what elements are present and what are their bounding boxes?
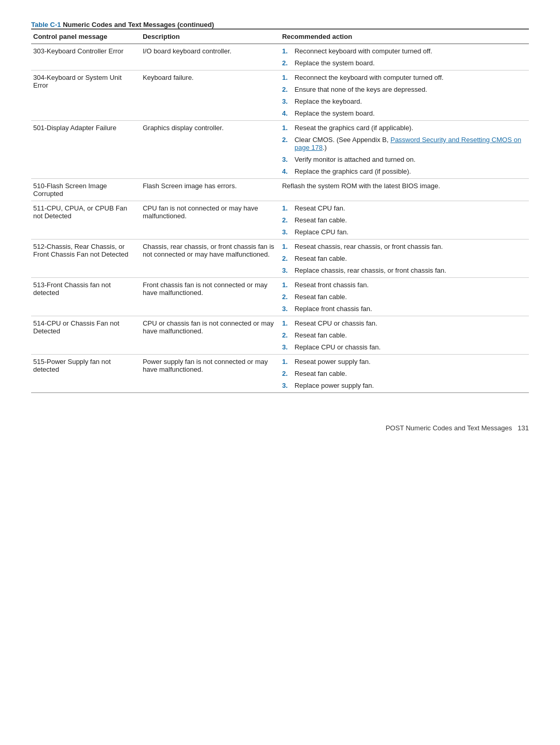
- action-text: Reseat chassis, rear chassis, or front c…: [295, 243, 525, 250]
- action-number: 1.: [282, 243, 292, 250]
- cell-action: 1.Reconnect the keyboard with computer t…: [280, 71, 529, 121]
- action-text: Reseat fan cable.: [295, 370, 525, 377]
- action-item: 1.Reseat CPU fan.: [282, 204, 525, 212]
- action-number: 1.: [282, 124, 292, 132]
- action-text: Replace the system board.: [295, 109, 525, 117]
- header-action: Recommended action: [280, 29, 529, 44]
- table-row: 510-Flash Screen Image CorruptedFlash Sc…: [31, 179, 529, 201]
- action-number: 1.: [282, 319, 292, 327]
- action-text: Replace chassis, rear chassis, or front …: [295, 266, 525, 274]
- action-item: 2.Replace the system board.: [282, 59, 525, 67]
- action-number: 2.: [282, 136, 292, 144]
- action-number: 2.: [282, 370, 292, 377]
- action-item: 3.Replace chassis, rear chassis, or fron…: [282, 266, 525, 274]
- action-text: Reseat fan cable.: [295, 293, 525, 301]
- action-text: Replace the graphics card (if possible).: [295, 167, 525, 175]
- action-item: 3.Replace CPU fan.: [282, 228, 525, 236]
- action-item: 3.Verify monitor is attached and turned …: [282, 156, 525, 163]
- action-item: 2.Ensure that none of the keys are depre…: [282, 86, 525, 93]
- header-description: Description: [141, 29, 280, 44]
- cell-action: 1.Reseat CPU or chassis fan.2.Reseat fan…: [280, 316, 529, 355]
- table-row: 304-Keyboard or System Unit ErrorKeyboar…: [31, 71, 529, 121]
- cell-description: Keyboard failure.: [141, 71, 280, 121]
- action-item: 1.Reseat CPU or chassis fan.: [282, 319, 525, 327]
- action-item: 3.Replace the keyboard.: [282, 97, 525, 105]
- cell-action: 1.Reseat the graphics card (if applicabl…: [280, 121, 529, 179]
- action-item: 3.Replace CPU or chassis fan.: [282, 343, 525, 351]
- cell-control: 501-Display Adapter Failure: [31, 121, 141, 179]
- page-footer: POST Numeric Codes and Text Messages 131: [31, 424, 529, 432]
- action-item: 1.Reseat chassis, rear chassis, or front…: [282, 243, 525, 250]
- action-text: Replace CPU fan.: [295, 228, 525, 236]
- action-number: 2.: [282, 255, 292, 262]
- cell-description: Graphics display controller.: [141, 121, 280, 179]
- cell-description: Power supply fan is not connected or may…: [141, 355, 280, 393]
- action-text: Reseat power supply fan.: [295, 358, 525, 366]
- footer-label: POST Numeric Codes and Text Messages: [386, 424, 512, 432]
- cell-control: 514-CPU or Chassis Fan not Detected: [31, 316, 141, 355]
- action-number: 2.: [282, 331, 292, 339]
- action-text: Reseat CPU fan.: [295, 204, 525, 212]
- action-link[interactable]: Password Security and Resetting CMOS on …: [295, 136, 521, 151]
- action-item: 3.Replace front chassis fan.: [282, 305, 525, 313]
- cell-control: 510-Flash Screen Image Corrupted: [31, 179, 141, 201]
- action-number: 1.: [282, 74, 292, 81]
- table-row: 515-Power Supply fan not detectedPower s…: [31, 355, 529, 393]
- cell-description: CPU fan is not connected or may have mal…: [141, 201, 280, 240]
- action-number: 3.: [282, 343, 292, 351]
- table-row: 514-CPU or Chassis Fan not DetectedCPU o…: [31, 316, 529, 355]
- cell-action: 1.Reseat power supply fan.2.Reseat fan c…: [280, 355, 529, 393]
- action-text: Replace the system board.: [295, 59, 525, 67]
- footer-page: 131: [517, 424, 529, 432]
- cell-action: 1.Reconnect keyboard with computer turne…: [280, 44, 529, 71]
- action-item: 2.Reseat fan cable.: [282, 216, 525, 224]
- action-item: 4.Replace the graphics card (if possible…: [282, 167, 525, 175]
- table-title-label: Table C-1: [31, 21, 61, 29]
- cell-action: 1.Reseat CPU fan.2.Reseat fan cable.3.Re…: [280, 201, 529, 240]
- action-text: Reconnect keyboard with computer turned …: [295, 47, 525, 55]
- action-number: 1.: [282, 281, 292, 289]
- action-number: 3.: [282, 156, 292, 163]
- cell-action: 1.Reseat chassis, rear chassis, or front…: [280, 240, 529, 278]
- action-text: Reseat front chassis fan.: [295, 281, 525, 289]
- action-item: 1.Reconnect keyboard with computer turne…: [282, 47, 525, 55]
- cell-description: Chassis, rear chassis, or front chassis …: [141, 240, 280, 278]
- action-text: Replace power supply fan.: [295, 382, 525, 389]
- cell-control: 515-Power Supply fan not detected: [31, 355, 141, 393]
- table-row: 501-Display Adapter FailureGraphics disp…: [31, 121, 529, 179]
- action-number: 3.: [282, 97, 292, 105]
- action-item: 2.Reseat fan cable.: [282, 255, 525, 262]
- action-text: Replace front chassis fan.: [295, 305, 525, 313]
- header-control: Control panel message: [31, 29, 141, 44]
- action-number: 2.: [282, 293, 292, 301]
- action-number: 2.: [282, 86, 292, 93]
- action-item: 2.Reseat fan cable.: [282, 331, 525, 339]
- cell-control: 512-Chassis, Rear Chassis, or Front Chas…: [31, 240, 141, 278]
- action-number: 3.: [282, 305, 292, 313]
- action-number: 4.: [282, 109, 292, 117]
- footer-text: POST Numeric Codes and Text Messages 131: [386, 424, 529, 432]
- action-text: Reconnect the keyboard with computer tur…: [295, 74, 525, 81]
- cell-control: 511-CPU, CPUA, or CPUB Fan not Detected: [31, 201, 141, 240]
- action-number: 3.: [282, 228, 292, 236]
- action-item: 2.Reseat fan cable.: [282, 293, 525, 301]
- action-number: 2.: [282, 216, 292, 224]
- action-number: 2.: [282, 59, 292, 67]
- action-item: 2.Reseat fan cable.: [282, 370, 525, 377]
- action-text: Verify monitor is attached and turned on…: [295, 156, 525, 163]
- cell-control: 303-Keyboard Controller Error: [31, 44, 141, 71]
- action-item: 1.Reseat the graphics card (if applicabl…: [282, 124, 525, 132]
- action-item: 1.Reseat power supply fan.: [282, 358, 525, 366]
- action-text: Reseat fan cable.: [295, 216, 525, 224]
- cell-description: I/O board keyboard controller.: [141, 44, 280, 71]
- cell-control: 513-Front Chassis fan not detected: [31, 278, 141, 316]
- action-text: Reseat CPU or chassis fan.: [295, 319, 525, 327]
- table-title-text: Numeric Codes and Text Messages (continu…: [63, 21, 214, 29]
- action-item: 1.Reconnect the keyboard with computer t…: [282, 74, 525, 81]
- action-number: 3.: [282, 382, 292, 389]
- main-table: Control panel message Description Recomm…: [31, 29, 529, 393]
- action-item: 3.Replace power supply fan.: [282, 382, 525, 389]
- table-header-row: Control panel message Description Recomm…: [31, 29, 529, 44]
- action-number: 1.: [282, 358, 292, 366]
- action-text: Reseat the graphics card (if applicable)…: [295, 124, 525, 132]
